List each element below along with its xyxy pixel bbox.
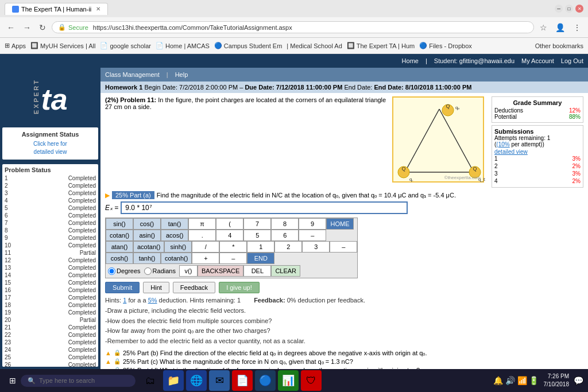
click-here-link[interactable]: Click here for detailed view: [6, 140, 95, 156]
btn-clear[interactable]: CLEAR: [271, 265, 300, 277]
hint-button[interactable]: Hint: [143, 282, 169, 293]
problem-row[interactable]: 20Partial: [5, 316, 96, 324]
bookmark-apps[interactable]: ⊞ Apps: [5, 42, 26, 49]
taskview-app[interactable]: 🗂: [140, 370, 161, 391]
btn-minus3[interactable]: –: [219, 253, 247, 264]
btn-4[interactable]: 4: [216, 230, 243, 241]
user-button[interactable]: 👤: [553, 22, 567, 33]
problem-row[interactable]: 9Completed: [5, 234, 96, 242]
btn-acos[interactable]: acos(): [161, 230, 188, 241]
btn-6[interactable]: 6: [271, 230, 299, 241]
problem-row[interactable]: 26Completed: [5, 361, 96, 367]
bookmark-scholar[interactable]: 📄 google scholar: [100, 42, 151, 49]
btn-multiply[interactable]: *: [219, 241, 247, 253]
radians-radio[interactable]: [144, 267, 152, 275]
btn-2[interactable]: 2: [274, 241, 302, 253]
btn-8[interactable]: 8: [271, 218, 299, 230]
problem-row[interactable]: 13Completed: [5, 264, 96, 271]
btn-plus[interactable]: +: [192, 253, 219, 264]
btn-cotanh[interactable]: cotanh(): [161, 253, 192, 264]
btn-sinh[interactable]: sinh(): [164, 241, 192, 253]
maximize-button[interactable]: □: [565, 5, 573, 13]
start-button[interactable]: ⊞: [5, 374, 21, 387]
problem-row[interactable]: 18Completed: [5, 301, 96, 309]
student-label[interactable]: Student: gfitting@hawaii.edu: [434, 57, 514, 64]
problem-row[interactable]: 4Completed: [5, 197, 96, 204]
bookmark-files[interactable]: 🔵 Files - Dropbox: [419, 42, 472, 49]
forward-button[interactable]: →: [21, 22, 33, 33]
submit-button[interactable]: Submit: [105, 282, 140, 293]
btn-backspace[interactable]: BACKSPACE: [198, 265, 243, 277]
my-account-link[interactable]: My Account: [521, 57, 554, 64]
btn-acotan[interactable]: acotan(): [133, 241, 164, 253]
problem-row[interactable]: 24Completed: [5, 346, 96, 354]
btn-atan[interactable]: atan(): [106, 241, 133, 253]
btn-open-paren[interactable]: (: [216, 218, 243, 230]
edge-app[interactable]: 🌐: [186, 370, 207, 391]
mail-app[interactable]: ✉: [209, 370, 230, 391]
btn-sin[interactable]: sin(): [106, 218, 133, 230]
log-out-link[interactable]: Log Out: [561, 57, 583, 64]
problem-row[interactable]: 22Completed: [5, 331, 96, 339]
submissions-detailed-link[interactable]: detailed view: [494, 149, 528, 155]
btn-vx[interactable]: v(): [179, 265, 198, 277]
btn-1[interactable]: 1: [247, 241, 274, 253]
btn-3[interactable]: 3: [302, 241, 330, 253]
pdf-app[interactable]: 📄: [232, 370, 253, 391]
problem-row[interactable]: 6Completed: [5, 212, 96, 219]
problem-row[interactable]: 11Partial: [5, 249, 96, 257]
answer-input[interactable]: [121, 201, 408, 214]
other-bookmarks[interactable]: Other bookmarks: [535, 42, 583, 49]
problem-row[interactable]: 15Completed: [5, 279, 96, 286]
bookmark-campus[interactable]: 🔵 Campus Student Em: [214, 42, 283, 49]
home-link[interactable]: Home: [402, 57, 419, 64]
browser-tab[interactable]: The Expert TA | Human-ii ✕: [5, 3, 108, 15]
btn-9[interactable]: 9: [299, 218, 326, 230]
part-c-item[interactable]: ▲ 🔒 25% Part (c) What is the magnitude o…: [105, 358, 583, 366]
notification-icon[interactable]: 💬: [574, 376, 583, 385]
problem-row[interactable]: 14Completed: [5, 271, 96, 279]
problem-row[interactable]: 7Completed: [5, 219, 96, 227]
search-bar[interactable]: 🔍: [21, 375, 136, 387]
refresh-button[interactable]: ↻: [37, 22, 48, 33]
problem-row[interactable]: 1Completed: [5, 174, 96, 182]
btn-cotan[interactable]: cotan(): [106, 230, 133, 241]
problem-row[interactable]: 17Completed: [5, 294, 96, 301]
bookmark-myuh[interactable]: 🔲 MyUH Services | All: [30, 42, 95, 49]
btn-tanh[interactable]: tanh(): [133, 253, 161, 264]
url-bar[interactable]: 🔒 Secure https://usc13hi.theexpertta.com…: [52, 21, 534, 33]
btn-del[interactable]: DEL: [243, 265, 271, 277]
btn-asin[interactable]: asin(): [133, 230, 161, 241]
chrome-app[interactable]: 🔵: [255, 370, 276, 391]
btn-7[interactable]: 7: [243, 218, 271, 230]
problem-row[interactable]: 16Completed: [5, 286, 96, 294]
btn-end[interactable]: END: [247, 253, 274, 264]
part-b-item[interactable]: ▲ 🔒 25% Part (b) Find the direction of t…: [105, 350, 583, 357]
degrees-label[interactable]: Degrees: [108, 267, 141, 275]
btn-5[interactable]: 5: [243, 230, 271, 241]
bookmark-amcas[interactable]: 📄 Home | AMCAS: [156, 42, 210, 49]
btn-divide[interactable]: /: [192, 241, 219, 253]
btn-minus2[interactable]: –: [330, 241, 357, 253]
problem-row[interactable]: 19Completed: [5, 309, 96, 316]
class-management-link[interactable]: Class Management: [105, 71, 160, 78]
deduction-link[interactable]: 5%: [148, 297, 157, 304]
btn-dot[interactable]: .: [188, 230, 216, 241]
btn-cosh[interactable]: cosh(): [106, 253, 133, 264]
detailed-view-link[interactable]: (10%: [496, 141, 509, 148]
problem-row[interactable]: 10Completed: [5, 242, 96, 249]
problem-row[interactable]: 5Completed: [5, 204, 96, 212]
bookmark-button[interactable]: ☆: [537, 22, 550, 33]
problem-row[interactable]: 12Completed: [5, 257, 96, 264]
file-explorer-app[interactable]: 📁: [163, 370, 184, 391]
excel-app[interactable]: 📊: [278, 370, 299, 391]
problem-row[interactable]: 25Completed: [5, 354, 96, 361]
btn-tan[interactable]: tan(): [161, 218, 188, 230]
degrees-radio[interactable]: [108, 267, 115, 275]
problem-row[interactable]: 3Completed: [5, 189, 96, 197]
radians-label[interactable]: Radians: [144, 267, 176, 275]
menu-button[interactable]: ⋮: [571, 22, 583, 33]
btn-home[interactable]: HOME: [326, 218, 354, 230]
help-link[interactable]: Help: [175, 71, 188, 78]
search-input[interactable]: [39, 377, 125, 384]
